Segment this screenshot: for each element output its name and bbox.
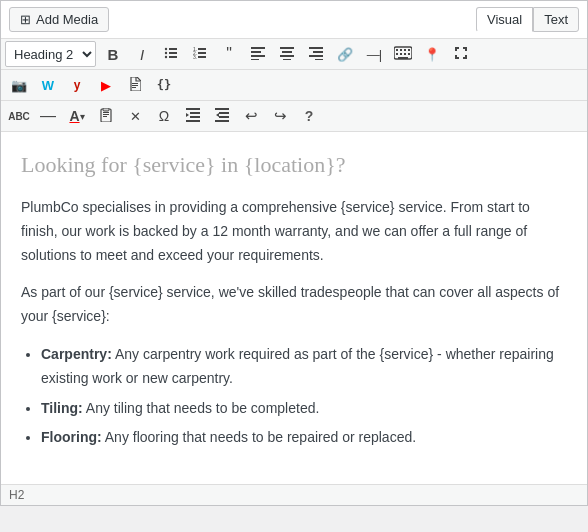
svg-rect-44 xyxy=(190,116,200,118)
wordpress-icon-button[interactable]: W xyxy=(34,72,62,98)
keyboard-button[interactable] xyxy=(389,41,417,67)
svg-rect-25 xyxy=(396,49,398,51)
bold-button[interactable]: B xyxy=(99,41,127,67)
toolbar-row-2: 📷 W y ▶ {} xyxy=(1,70,587,101)
svg-rect-11 xyxy=(198,56,206,58)
add-media-button[interactable]: ⊞ Add Media xyxy=(9,7,109,32)
help-icon: ? xyxy=(305,108,314,124)
svg-rect-42 xyxy=(186,108,200,110)
svg-point-2 xyxy=(165,51,167,53)
list-item-label: Flooring: xyxy=(41,429,102,445)
svg-rect-30 xyxy=(400,53,402,55)
svg-rect-16 xyxy=(280,47,294,49)
svg-rect-19 xyxy=(283,59,291,60)
list-item: Carpentry: Any carpentry work required a… xyxy=(41,343,567,391)
unordered-list-icon xyxy=(164,46,178,63)
svg-rect-9 xyxy=(198,52,206,54)
list-item-label: Tiling: xyxy=(41,400,83,416)
clear-format-button[interactable]: ✕ xyxy=(121,103,149,129)
align-left-button[interactable] xyxy=(244,41,272,67)
outdent-button[interactable] xyxy=(208,103,236,129)
fullscreen-icon xyxy=(454,46,468,63)
svg-rect-31 xyxy=(404,53,406,55)
help-button[interactable]: ? xyxy=(295,103,323,129)
camera-button[interactable]: 📷 xyxy=(5,72,33,98)
youtube-button[interactable]: ▶ xyxy=(92,72,120,98)
ordered-list-icon: 1.2.3. xyxy=(193,46,207,63)
italic-button[interactable]: I xyxy=(128,41,156,67)
unordered-list-button[interactable] xyxy=(157,41,185,67)
redo-button[interactable]: ↪ xyxy=(266,103,294,129)
abc-icon: ABC xyxy=(8,111,30,122)
link-button[interactable]: 🔗 xyxy=(331,41,359,67)
svg-rect-3 xyxy=(169,52,177,54)
location-button[interactable]: 📍 xyxy=(418,41,446,67)
svg-rect-49 xyxy=(215,120,229,122)
special-char-icon: Ω xyxy=(159,108,169,124)
more-icon: —| xyxy=(367,47,381,62)
svg-rect-32 xyxy=(408,53,410,55)
svg-rect-47 xyxy=(219,112,229,114)
blockquote-icon: " xyxy=(226,45,232,63)
indent-button[interactable] xyxy=(179,103,207,129)
keyboard-icon xyxy=(394,46,412,63)
blockquote-button[interactable]: " xyxy=(215,41,243,67)
svg-rect-22 xyxy=(309,55,323,57)
text-color-button[interactable]: A ▾ xyxy=(63,103,91,129)
editor-wrapper: ⊞ Add Media Visual Text Heading 2Heading… xyxy=(0,0,588,506)
editor-list: Carpentry: Any carpentry work required a… xyxy=(41,343,567,450)
yelp-icon: y xyxy=(74,78,81,92)
editor-heading: Looking for {service} in {location}? xyxy=(21,152,567,178)
wordpress-icon: W xyxy=(42,78,54,93)
bold-icon: B xyxy=(108,46,119,63)
editor-content[interactable]: Looking for {service} in {location}? Plu… xyxy=(1,132,587,484)
color-dropdown-icon: ▾ xyxy=(80,111,85,122)
tab-visual[interactable]: Visual xyxy=(476,7,533,32)
align-left-icon xyxy=(251,46,265,63)
heading-select[interactable]: Heading 2Heading 1Heading 3Heading 4Para… xyxy=(5,41,96,67)
paste-as-text-button[interactable] xyxy=(92,103,120,129)
svg-rect-14 xyxy=(251,55,265,57)
svg-rect-34 xyxy=(132,83,138,84)
align-right-icon xyxy=(309,46,323,63)
add-media-label: Add Media xyxy=(36,12,98,27)
toolbar-row-3: ABC — A ▾ ✕ Ω ↩ xyxy=(1,101,587,132)
svg-rect-23 xyxy=(315,59,323,60)
add-media-icon: ⊞ xyxy=(20,12,31,27)
toolbar-row-1: Heading 2Heading 1Heading 3Heading 4Para… xyxy=(1,39,587,70)
tab-text[interactable]: Text xyxy=(533,7,579,32)
doc-button[interactable] xyxy=(121,72,149,98)
align-center-button[interactable] xyxy=(273,41,301,67)
list-item-text: Any carpentry work required as part of t… xyxy=(41,346,554,386)
editor-paragraph-1: PlumbCo specialises in providing a compr… xyxy=(21,196,567,267)
clear-format-icon: ✕ xyxy=(130,109,141,124)
redo-icon: ↪ xyxy=(274,107,287,125)
undo-button[interactable]: ↩ xyxy=(237,103,265,129)
editor-paragraph-2: As part of our {service} service, we've … xyxy=(21,281,567,329)
svg-rect-20 xyxy=(309,47,323,49)
ordered-list-button[interactable]: 1.2.3. xyxy=(186,41,214,67)
outdent-icon xyxy=(215,108,229,125)
location-icon: 📍 xyxy=(424,47,440,62)
horizontal-rule-button[interactable]: — xyxy=(34,103,62,129)
code-button[interactable]: {} xyxy=(150,72,178,98)
undo-icon: ↩ xyxy=(245,107,258,125)
yelp-button[interactable]: y xyxy=(63,72,91,98)
svg-rect-15 xyxy=(251,59,259,60)
status-bar: H2 xyxy=(1,484,587,505)
italic-icon: I xyxy=(140,46,144,63)
svg-rect-26 xyxy=(400,49,402,51)
svg-rect-36 xyxy=(132,87,136,88)
abc-button[interactable]: ABC xyxy=(5,103,33,129)
list-item: Tiling: Any tiling that needs to be comp… xyxy=(41,397,567,421)
more-button[interactable]: —| xyxy=(360,41,388,67)
special-char-button[interactable]: Ω xyxy=(150,103,178,129)
fullscreen-button[interactable] xyxy=(447,41,475,67)
svg-rect-28 xyxy=(408,49,410,51)
align-right-button[interactable] xyxy=(302,41,330,67)
svg-rect-27 xyxy=(404,49,406,51)
svg-rect-21 xyxy=(313,51,323,53)
top-bar: ⊞ Add Media Visual Text xyxy=(1,1,587,39)
list-item-text: Any tiling that needs to be completed. xyxy=(86,400,319,416)
svg-rect-5 xyxy=(169,56,177,58)
